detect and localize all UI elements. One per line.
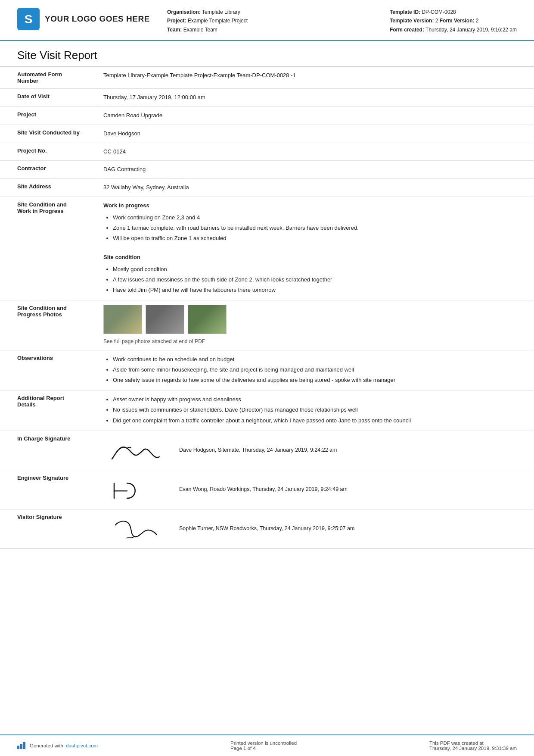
form-number-row: Automated Form Number Template Library-E…: [0, 67, 534, 89]
project-line: Project: Example Template Project: [167, 16, 377, 25]
team-value: Example Team: [183, 27, 217, 33]
form-version-label: Form Version:: [440, 18, 475, 24]
engineer-signature-image: [103, 475, 172, 505]
observations-value: Work continues to be on schedule and on …: [86, 350, 534, 390]
photo-thumbnail-3: [188, 305, 227, 334]
work-in-progress-heading: Work in progress: [103, 201, 517, 210]
header: S YOUR LOGO GOES HERE Organisation: Temp…: [0, 0, 534, 41]
footer-center: Printed version is uncontrolled Page 1 o…: [230, 740, 297, 751]
visitor-sig-value: Sophie Turner, NSW Roadworks, Thursday, …: [86, 509, 534, 548]
list-item: Will be open to traffic on Zone 1 as sch…: [113, 234, 517, 243]
template-version-line: Template Version: 2 Form Version: 2: [390, 16, 517, 25]
project-no-label: Project No.: [0, 143, 86, 161]
date-of-visit-label: Date of Visit: [0, 89, 86, 107]
photos-thumbnails: [103, 305, 517, 334]
additional-list: Asset owner is happy with progress and c…: [113, 395, 517, 425]
photos-caption: See full page photos attached at end of …: [103, 337, 517, 346]
site-visit-value: Dave Hodgson: [86, 125, 534, 143]
site-address-row: Site Address 32 Wallaby Way, Sydney, Aus…: [0, 179, 534, 197]
in-charge-sig-label: In Charge Signature: [0, 431, 86, 470]
team-label: Team:: [167, 27, 182, 33]
engineer-sig-row: Engineer Signature Evan Wong, Roado Work…: [0, 470, 534, 509]
site-condition-heading: Site condition: [103, 253, 517, 262]
logo-area: S YOUR LOGO GOES HERE: [17, 8, 150, 30]
site-visit-row: Site Visit Conducted by Dave Hodgson: [0, 125, 534, 143]
template-id-value: DP-COM-0028: [422, 9, 456, 15]
template-version-value: 2: [435, 18, 438, 24]
footer-dashpivot-link[interactable]: dashpivot.com: [66, 743, 98, 748]
additional-label: Additional Report Details: [0, 390, 86, 431]
form-number-label: Automated Form Number: [0, 67, 86, 89]
additional-value: Asset owner is happy with progress and c…: [86, 390, 534, 431]
observations-label: Observations: [0, 350, 86, 390]
visitor-signature-image: [103, 514, 172, 544]
in-charge-sig-value: Dave Hodgson, Sitemate, Thursday, 24 Jan…: [86, 431, 534, 470]
list-item: Did get one complaint from a traffic con…: [113, 416, 517, 425]
work-in-progress-list: Work continuing on Zone 2,3 and 4Zone 1 …: [113, 213, 517, 243]
project-value: Example Template Project: [188, 18, 248, 24]
date-of-visit-row: Date of Visit Thursday, 17 January 2019,…: [0, 89, 534, 107]
site-condition-list: Mostly good conditionA few issues and me…: [113, 265, 517, 295]
list-item: Mostly good condition: [113, 265, 517, 274]
additional-row: Additional Report Details Asset owner is…: [0, 390, 534, 431]
list-item: Asset owner is happy with progress and c…: [113, 395, 517, 404]
footer-right-text: This PDF was created at: [429, 740, 484, 746]
list-item: One safety issue in regards to how some …: [113, 375, 517, 385]
list-item: Work continues to be on schedule and on …: [113, 355, 517, 364]
project-row: Project Camden Road Upgrade: [0, 106, 534, 125]
org-value: Template Library: [202, 9, 240, 15]
list-item: Zone 1 tarmac complete, with road barrie…: [113, 223, 517, 233]
template-version-label: Template Version:: [390, 18, 434, 24]
form-number-value: Template Library-Example Template Projec…: [86, 67, 534, 89]
site-visit-label: Site Visit Conducted by: [0, 125, 86, 143]
engineer-sig-value: Evan Wong, Roado Workings, Thursday, 24 …: [86, 470, 534, 509]
site-address-value: 32 Wallaby Way, Sydney, Australia: [86, 179, 534, 197]
team-line: Team: Example Team: [167, 25, 377, 34]
photo-thumbnail-2: [146, 305, 184, 334]
photos-row: Site Condition and Progress Photos See f…: [0, 300, 534, 350]
header-meta: Organisation: Template Library Project: …: [167, 8, 377, 34]
form-version-value: 2: [476, 18, 479, 24]
visitor-sig-label: Visitor Signature: [0, 509, 86, 548]
project-no-value: CC-0124: [86, 143, 534, 161]
date-of-visit-value: Thursday, 17 January 2019, 12:00:00 am: [86, 89, 534, 107]
form-created-label: Form created:: [390, 27, 424, 33]
observations-row: Observations Work continues to be on sch…: [0, 350, 534, 390]
engineer-sig-name: Evan Wong, Roado Workings, Thursday, 24 …: [179, 485, 348, 494]
org-line: Organisation: Template Library: [167, 8, 377, 16]
site-condition-label: Site Condition and Work in Progress: [0, 197, 86, 300]
footer-bar-icon: [17, 742, 25, 749]
footer-uncontrolled-text: Printed version is uncontrolled: [230, 740, 297, 746]
header-right: Template ID: DP-COM-0028 Template Versio…: [390, 8, 517, 34]
engineer-sig-label: Engineer Signature: [0, 470, 86, 509]
project-label: Project:: [167, 18, 186, 24]
logo-text: YOUR LOGO GOES HERE: [45, 14, 150, 24]
in-charge-sig-row: In Charge Signature Dave Hodgson, Sitema…: [0, 431, 534, 470]
list-item: Aside from some minor housekeeping, the …: [113, 365, 517, 375]
project-field-label: Project: [0, 106, 86, 125]
in-charge-sig-name: Dave Hodgson, Sitemate, Thursday, 24 Jan…: [179, 446, 337, 454]
main-table: Automated Form Number Template Library-E…: [0, 67, 534, 548]
footer-generated-text: Generated with: [30, 743, 63, 748]
photos-label: Site Condition and Progress Photos: [0, 300, 86, 350]
contractor-value: DAG Contracting: [86, 161, 534, 179]
svg-text:S: S: [25, 12, 33, 26]
footer-right-date: Thursday, 24 January 2019, 9:31:39 am: [429, 746, 517, 751]
org-label: Organisation:: [167, 9, 201, 15]
form-created-value: Thursday, 24 January 2019, 9:16:22 am: [425, 27, 517, 33]
list-item: No issues with communities or stakeholde…: [113, 405, 517, 415]
site-condition-row: Site Condition and Work in Progress Work…: [0, 197, 534, 300]
site-condition-value: Work in progress Work continuing on Zone…: [86, 197, 534, 300]
in-charge-signature-image: [103, 435, 172, 465]
photos-value: See full page photos attached at end of …: [86, 300, 534, 350]
site-address-label: Site Address: [0, 179, 86, 197]
contractor-row: Contractor DAG Contracting: [0, 161, 534, 179]
visitor-sig-row: Visitor Signature Sophie Turner, NSW Roa…: [0, 509, 534, 548]
project-no-row: Project No. CC-0124: [0, 143, 534, 161]
list-item: Work continuing on Zone 2,3 and 4: [113, 213, 517, 222]
report-title: Site Visit Report: [0, 41, 534, 67]
footer-logo: Generated with dashpivot.com: [17, 742, 98, 749]
photo-thumbnail-1: [103, 305, 142, 334]
page: S YOUR LOGO GOES HERE Organisation: Temp…: [0, 0, 534, 756]
form-created-line: Form created: Thursday, 24 January 2019,…: [390, 25, 517, 34]
